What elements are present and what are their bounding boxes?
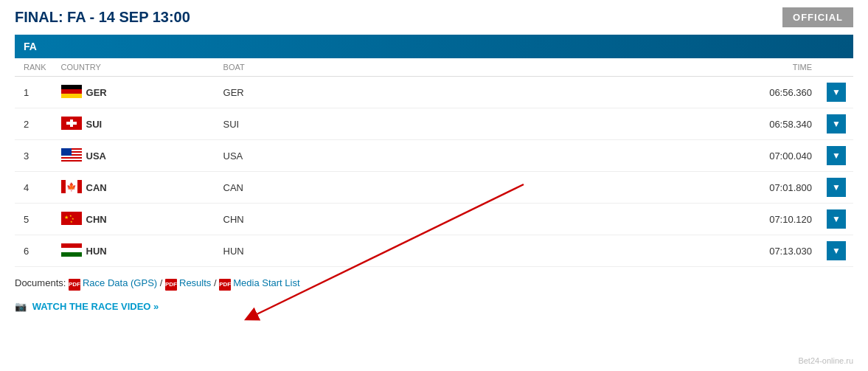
country-name: CAN	[86, 182, 107, 193]
boat-cell: CHN	[216, 204, 378, 235]
svg-rect-2	[61, 94, 82, 98]
col-rank: RANK	[15, 58, 54, 77]
results-table: RANK COUNTRY BOAT TIME 1 GER GER 06:56.3…	[15, 58, 853, 267]
spacer-cell	[378, 108, 468, 140]
rank-cell: 6	[15, 235, 54, 267]
expand-button[interactable]: ▼	[827, 83, 846, 102]
flag-hun	[61, 243, 82, 259]
table-row: 2 SUI SUI 06:58.340 ▼	[15, 108, 853, 140]
main-container: FINAL: FA - 14 SEP 13:00 OFFICIAL FA RAN…	[0, 0, 868, 371]
country-cell: GER	[54, 77, 216, 108]
section-header: FA	[15, 35, 853, 58]
expand-button[interactable]: ▼	[827, 146, 846, 165]
video-link-section: 📷 WATCH THE RACE VIDEO »	[15, 301, 853, 312]
table-row: 1 GER GER 06:56.360 ▼	[15, 77, 853, 108]
boat-cell: CAN	[216, 172, 378, 204]
doc-separator-2: /	[214, 277, 219, 288]
rank-cell: 5	[15, 204, 54, 235]
spacer-cell	[378, 172, 468, 204]
country-name: CHN	[86, 214, 107, 225]
expand-button[interactable]: ▼	[827, 178, 846, 197]
flag-sui	[61, 117, 82, 132]
doc-media-start-link[interactable]: Media Start List	[233, 277, 299, 288]
table-row: 6 HUN HUN 07:13.030 ▼	[15, 235, 853, 267]
flag-ger	[61, 85, 82, 100]
rank-cell: 4	[15, 172, 54, 204]
doc-pdf-icon-3: PDF	[219, 279, 231, 291]
boat-cell: SUI	[216, 108, 378, 140]
col-time: TIME	[468, 58, 819, 77]
col-spacer	[378, 58, 468, 77]
action-cell[interactable]: ▼	[819, 172, 853, 204]
svg-rect-12	[61, 180, 66, 193]
time-cell: 07:01.800	[468, 172, 819, 204]
rank-cell: 1	[15, 77, 54, 108]
time-cell: 07:00.040	[468, 140, 819, 172]
time-cell: 06:58.340	[468, 108, 819, 140]
spacer-cell	[378, 140, 468, 172]
official-badge: OFFICIAL	[782, 7, 853, 27]
svg-rect-1	[61, 89, 82, 94]
svg-text:★: ★	[70, 220, 73, 223]
flag-can: 🍁	[61, 180, 82, 195]
country-cell: HUN	[54, 235, 216, 267]
rank-cell: 3	[15, 140, 54, 172]
svg-rect-23	[61, 252, 82, 257]
flag-usa	[61, 148, 82, 164]
documents-section: Documents: PDFRace Data (GPS) / PDFResul…	[15, 277, 853, 291]
boat-cell: HUN	[216, 235, 378, 267]
action-cell[interactable]: ▼	[819, 140, 853, 172]
table-row: 4 🍁 CAN CAN 07:01.800 ▼	[15, 172, 853, 204]
time-cell: 06:56.360	[468, 77, 819, 108]
country-cell: SUI	[54, 108, 216, 140]
time-cell: 07:13.030	[468, 235, 819, 267]
table-row: 3 USA USA 07:00.040 ▼	[15, 140, 853, 172]
flag-chn: ★★★★	[61, 212, 82, 227]
svg-rect-11	[61, 148, 72, 156]
table-row: 5 ★★★★ CHN CHN 07:10.120 ▼	[15, 204, 853, 235]
boat-cell: USA	[216, 140, 378, 172]
country-name: HUN	[86, 246, 107, 257]
country-cell: USA	[54, 140, 216, 172]
svg-text:🍁: 🍁	[66, 181, 77, 192]
svg-rect-22	[61, 248, 82, 252]
svg-rect-5	[66, 122, 77, 125]
country-cell: 🍁 CAN	[54, 172, 216, 204]
spacer-cell	[378, 77, 468, 108]
action-cell[interactable]: ▼	[819, 204, 853, 235]
svg-rect-0	[61, 85, 82, 89]
spacer-cell	[378, 235, 468, 267]
svg-rect-21	[61, 243, 82, 248]
country-name: GER	[86, 87, 107, 98]
expand-button[interactable]: ▼	[827, 114, 846, 134]
spacer-cell	[378, 204, 468, 235]
doc-race-data-link[interactable]: Race Data (GPS)	[83, 277, 157, 288]
country-name: SUI	[86, 119, 103, 130]
country-name: USA	[86, 150, 106, 162]
col-country: COUNTRY	[54, 58, 216, 77]
video-icon: 📷	[15, 301, 27, 312]
title-bar: FINAL: FA - 14 SEP 13:00 OFFICIAL	[15, 7, 853, 27]
svg-rect-9	[61, 156, 82, 157]
doc-separator-1: /	[160, 277, 165, 288]
expand-button[interactable]: ▼	[827, 209, 846, 229]
svg-rect-13	[77, 180, 82, 193]
expand-button[interactable]: ▼	[827, 241, 846, 260]
svg-text:★: ★	[64, 215, 69, 220]
action-cell[interactable]: ▼	[819, 77, 853, 108]
doc-pdf-icon-1: PDF	[69, 279, 80, 291]
doc-results-link[interactable]: Results	[179, 277, 211, 288]
svg-rect-10	[61, 159, 82, 160]
action-cell[interactable]: ▼	[819, 235, 853, 267]
country-cell: ★★★★ CHN	[54, 204, 216, 235]
page-title: FINAL: FA - 14 SEP 13:00	[15, 9, 190, 26]
action-cell[interactable]: ▼	[819, 108, 853, 140]
boat-cell: GER	[216, 77, 378, 108]
rank-cell: 2	[15, 108, 54, 140]
col-boat: BOAT	[216, 58, 378, 77]
doc-pdf-icon-2: PDF	[165, 279, 177, 291]
watch-video-link[interactable]: WATCH THE RACE VIDEO »	[32, 301, 159, 312]
time-cell: 07:10.120	[468, 204, 819, 235]
col-action	[819, 58, 853, 77]
watermark: Bet24-online.ru	[798, 356, 853, 365]
